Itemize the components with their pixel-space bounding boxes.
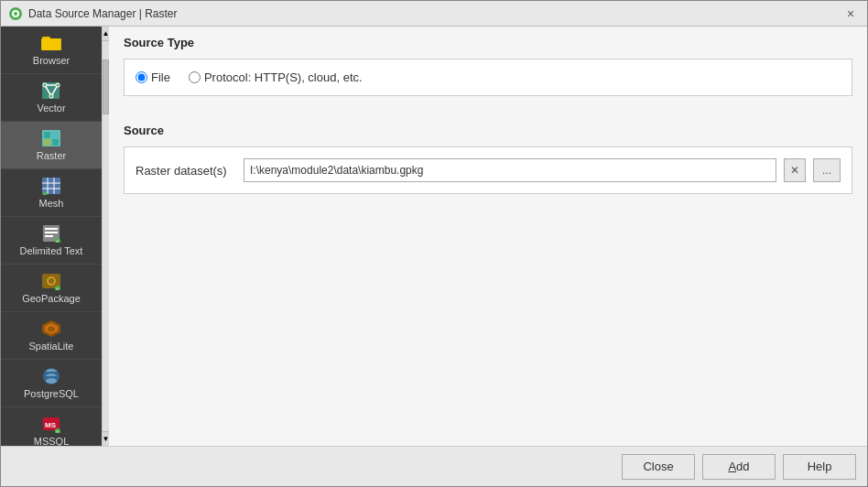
radio-file-label[interactable]: File xyxy=(136,70,170,84)
radio-protocol-label[interactable]: Protocol: HTTP(S), cloud, etc. xyxy=(189,70,363,84)
sidebar-item-geopackage-label: GeoPackage xyxy=(22,293,81,305)
sidebar-item-mssql[interactable]: MS + MSSQL xyxy=(1,407,102,446)
sidebar-item-delimited-text-label: Delimited Text xyxy=(20,245,83,257)
sidebar-item-mssql-label: MSSQL xyxy=(34,436,70,446)
raster-icon xyxy=(41,128,61,148)
postgresql-icon xyxy=(41,366,61,386)
browse-button[interactable]: ... xyxy=(813,158,841,182)
dataset-label: Raster dataset(s) xyxy=(136,164,236,178)
scroll-down-button[interactable]: ▼ xyxy=(103,431,109,446)
close-window-button[interactable]: × xyxy=(841,5,860,23)
source-type-section: Source Type File Protocol: HTTP(S), clou… xyxy=(109,27,867,114)
scroll-up-button[interactable]: ▲ xyxy=(103,27,109,41)
svg-rect-20 xyxy=(52,139,59,146)
add-button-text: dd xyxy=(736,460,749,473)
help-button[interactable]: Help xyxy=(783,454,856,480)
sidebar-item-postgresql-label: PostgreSQL xyxy=(24,388,79,400)
sidebar-item-raster-label: Raster xyxy=(37,150,66,162)
svg-rect-29 xyxy=(45,228,58,230)
geopackage-icon: + xyxy=(41,271,61,291)
svg-rect-17 xyxy=(44,132,50,138)
source-title: Source xyxy=(124,124,852,137)
radio-file-text: File xyxy=(151,70,170,84)
dataset-input[interactable] xyxy=(244,158,776,182)
sidebar-item-delimited-text[interactable]: + Delimited Text xyxy=(1,217,102,265)
source-type-title: Source Type xyxy=(124,36,852,49)
radio-file[interactable] xyxy=(136,71,147,83)
spatialite-icon xyxy=(41,319,61,339)
radio-protocol[interactable] xyxy=(189,71,201,83)
radio-group: File Protocol: HTTP(S), cloud, etc. xyxy=(136,70,841,84)
svg-point-36 xyxy=(49,278,54,284)
scrollbar-track xyxy=(103,41,109,431)
svg-rect-30 xyxy=(45,232,58,233)
svg-rect-31 xyxy=(45,235,53,237)
footer: Close Add Help xyxy=(1,446,867,486)
source-box: Raster dataset(s) ✕ ... xyxy=(124,146,852,194)
window-title: Data Source Manager | Raster xyxy=(28,7,178,20)
folder-icon xyxy=(41,33,61,53)
source-section: Source Raster dataset(s) ✕ ... xyxy=(109,114,867,446)
sidebar-item-geopackage[interactable]: + GeoPackage xyxy=(1,265,102,312)
content-area: Source Type File Protocol: HTTP(S), clou… xyxy=(109,27,867,446)
svg-point-13 xyxy=(44,83,47,86)
sidebar: Browser xyxy=(1,27,102,446)
title-bar: Data Source Manager | Raster × xyxy=(1,1,867,27)
svg-point-2 xyxy=(14,12,17,16)
clear-button[interactable]: ✕ xyxy=(784,158,806,182)
svg-rect-5 xyxy=(41,38,61,50)
title-bar-left: Data Source Manager | Raster xyxy=(8,6,178,21)
svg-point-14 xyxy=(57,83,60,86)
sidebar-item-browser-label: Browser xyxy=(33,55,70,67)
delimited-text-icon: + xyxy=(41,223,61,244)
sidebar-item-mesh-label: Mesh xyxy=(39,198,64,210)
source-row: Raster dataset(s) ✕ ... xyxy=(136,158,841,182)
mssql-icon: MS + xyxy=(41,414,61,434)
svg-text:MS: MS xyxy=(45,421,57,429)
sidebar-item-vector[interactable]: Vector xyxy=(1,74,102,122)
add-button[interactable]: Add xyxy=(702,454,776,480)
svg-text:+: + xyxy=(56,427,59,433)
main-area: Browser xyxy=(1,27,867,446)
sidebar-item-browser[interactable]: Browser xyxy=(1,27,102,74)
svg-point-15 xyxy=(50,94,53,97)
add-button-underline-a: A xyxy=(728,460,736,473)
app-window: Data Source Manager | Raster × Browser xyxy=(0,0,868,487)
scrollbar-thumb[interactable] xyxy=(103,60,109,114)
svg-rect-21 xyxy=(42,178,60,194)
sidebar-item-vector-label: Vector xyxy=(37,103,65,114)
sidebar-item-spatialite-label: SpatiaLite xyxy=(29,341,74,352)
close-button[interactable]: Close xyxy=(622,454,695,480)
sidebar-item-raster[interactable]: Raster xyxy=(1,122,102,169)
sidebar-scrollbar[interactable]: ▲ ▼ xyxy=(102,27,109,446)
app-icon xyxy=(8,6,23,21)
sidebar-item-spatialite[interactable]: SpatiaLite xyxy=(1,312,102,360)
source-type-box: File Protocol: HTTP(S), cloud, etc. xyxy=(124,59,852,96)
sidebar-item-mesh[interactable]: + Mesh xyxy=(1,169,102,217)
svg-rect-19 xyxy=(44,139,50,146)
svg-text:+: + xyxy=(56,237,59,243)
svg-rect-18 xyxy=(52,132,59,138)
vector-icon xyxy=(41,81,61,101)
mesh-icon: + xyxy=(41,176,61,196)
sidebar-item-postgresql[interactable]: PostgreSQL xyxy=(1,360,102,407)
radio-protocol-text: Protocol: HTTP(S), cloud, etc. xyxy=(204,70,363,84)
svg-point-47 xyxy=(46,378,57,384)
svg-text:+: + xyxy=(44,192,46,195)
svg-text:+: + xyxy=(56,285,59,290)
